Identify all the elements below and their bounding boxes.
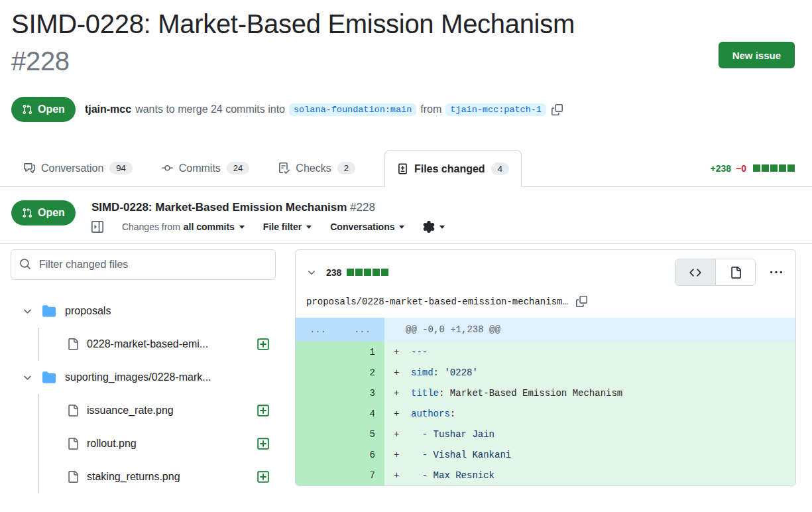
diff-added-line: 6+ - Vishal Kankani xyxy=(296,444,795,465)
diffstat-block xyxy=(347,269,354,276)
code-line: + - Tushar Jain xyxy=(384,424,795,444)
kebab-horizontal-icon xyxy=(770,267,782,279)
sticky-content: SIMD-0228: Market-Based Emission Mechani… xyxy=(91,200,445,233)
diff-file-header: 238 proposal xyxy=(296,250,795,318)
diff-sign: + xyxy=(394,450,411,460)
pr-state-label: Open xyxy=(38,207,65,219)
tab-conversation[interactable]: Conversation 94 xyxy=(24,162,133,174)
expand-hunk-button[interactable]: ... xyxy=(296,318,340,342)
view-toggle xyxy=(675,259,756,286)
pr-tab-nav: Conversation 94 Commits 24 Checks 2 File… xyxy=(0,150,812,187)
code-token: title xyxy=(411,388,439,399)
tab-counter: 2 xyxy=(337,162,355,174)
rich-view-button[interactable] xyxy=(715,259,755,285)
old-line-number-cell xyxy=(296,383,340,403)
base-branch-label[interactable]: solana-foundation:main xyxy=(289,103,416,116)
file-icon xyxy=(730,267,742,279)
tab-commits[interactable]: Commits 24 xyxy=(162,162,250,174)
old-line-number-cell xyxy=(296,424,340,444)
file-diff-icon xyxy=(397,163,408,174)
diffstat-block xyxy=(364,269,371,276)
sticky-issue-number: #228 xyxy=(350,201,375,214)
diff-panel: 238 proposal xyxy=(295,249,796,486)
checklist-icon xyxy=(278,162,290,174)
filter-changed-files-input[interactable] xyxy=(11,249,276,280)
diffstat-block xyxy=(753,164,760,172)
diff-added-line: 3+title: Market-Based Emission Mechanism xyxy=(296,383,795,403)
tab-counter: 94 xyxy=(109,162,132,174)
diff-file-path-row: proposals/0228-market-based-emission-mec… xyxy=(306,294,785,308)
sticky-pr-bar: Open SIMD-0228: Market-Based Emission Me… xyxy=(0,187,812,244)
pr-author[interactable]: tjain-mcc xyxy=(85,103,131,115)
new-line-number: 1 xyxy=(340,342,384,362)
code-line: +--- xyxy=(384,342,795,362)
tree-file-issuance-rate[interactable]: issuance_rate.png xyxy=(39,394,290,427)
chevron-down-icon xyxy=(399,225,404,229)
changed-lines-count: 238 xyxy=(326,267,341,278)
tree-file-staking-returns[interactable]: staking_returns.png xyxy=(39,460,290,493)
chevron-down-icon[interactable] xyxy=(306,267,317,278)
code-token: - Max Resnick xyxy=(411,470,494,481)
pr-header: SIMD-0228: Market-Based Emission Mechani… xyxy=(0,5,812,122)
code-token: : xyxy=(439,388,450,399)
file-filter-label: File filter xyxy=(263,222,302,232)
tree-file-rollout[interactable]: rollout.png xyxy=(39,427,290,460)
new-line-number: 2 xyxy=(340,362,384,383)
page-title: SIMD-0228: Market-Based Emission Mechani… xyxy=(11,5,588,80)
head-branch-label[interactable]: tjain-mcc:patch-1 xyxy=(445,103,546,116)
code-token: '0228' xyxy=(444,367,477,378)
code-line: +authors: xyxy=(384,403,795,424)
folder-label: proposals xyxy=(65,305,111,317)
diffstat-deletions: −0 xyxy=(736,163,746,174)
tree-children: issuance_rate.png rollout.png staking_re… xyxy=(38,394,290,493)
diff-sign: + xyxy=(394,409,411,419)
tree-folder-proposals[interactable]: proposals xyxy=(11,294,290,328)
tree-file-0228-market-based[interactable]: 0228-market-based-emi... xyxy=(39,328,290,361)
tab-checks[interactable]: Checks 2 xyxy=(278,162,355,174)
diff-body: ... ... @@ -0,0 +1,238 @@ 1+---2+simd: '… xyxy=(296,318,795,485)
file-icon xyxy=(67,405,79,416)
new-line-number: 5 xyxy=(340,424,384,444)
old-line-number-cell xyxy=(296,444,340,465)
collapse-sidebar-button[interactable] xyxy=(91,221,103,233)
code-line: + - Vishal Kankani xyxy=(384,444,795,465)
diff-added-icon xyxy=(257,437,270,450)
diff-file-path[interactable]: proposals/0228-market-based-emission-mec… xyxy=(306,296,568,307)
tab-files-changed[interactable]: Files changed 4 xyxy=(384,150,522,187)
copy-branch-button[interactable] xyxy=(550,103,564,117)
diff-sign: + xyxy=(394,470,411,481)
code-icon xyxy=(689,267,701,279)
file-label: rollout.png xyxy=(87,438,137,450)
code-view-button[interactable] xyxy=(675,259,715,285)
tab-counter: 24 xyxy=(227,162,249,174)
copy-icon xyxy=(551,104,563,115)
copy-path-button[interactable] xyxy=(575,294,589,308)
tab-label: Commits xyxy=(179,162,221,174)
issue-number: #228 xyxy=(11,46,70,76)
diff-lines: 1+---2+simd: '0228'3+title: Market-Based… xyxy=(296,342,795,485)
conversations-dropdown[interactable]: Conversations xyxy=(330,222,404,232)
diff-added-line: 4+authors: xyxy=(296,403,795,424)
new-line-number: 3 xyxy=(340,383,384,403)
git-commit-icon xyxy=(162,162,173,174)
pr-state-badge-sticky: Open xyxy=(11,200,76,225)
file-icon xyxy=(67,338,79,350)
diff-added-line: 5+ - Tushar Jain xyxy=(296,424,795,444)
conversations-label: Conversations xyxy=(330,222,394,232)
file-filter-field xyxy=(11,249,290,280)
diffstat-block xyxy=(373,269,380,276)
sticky-title: SIMD-0228: Market-Based Emission Mechani… xyxy=(91,200,445,215)
tree-folder-suporting-images[interactable]: suporting_images/0228-mark... xyxy=(11,361,290,394)
code-token: - Tushar Jain xyxy=(411,429,494,440)
diff-settings-dropdown[interactable] xyxy=(423,221,445,233)
changes-from-dropdown[interactable]: Changes from all commits xyxy=(122,222,245,232)
new-line-number: 4 xyxy=(340,403,384,424)
new-issue-button[interactable]: New issue xyxy=(719,42,795,68)
chevron-down-icon xyxy=(439,225,445,229)
file-filter-dropdown[interactable]: File filter xyxy=(263,222,312,232)
diff-sign: + xyxy=(394,429,411,440)
file-options-button[interactable] xyxy=(768,264,785,281)
diff-added-line: 1+--- xyxy=(296,342,795,362)
files-changed-main: proposals 0228-market-based-emi... supor… xyxy=(0,244,812,502)
expand-hunk-button[interactable]: ... xyxy=(340,318,384,342)
